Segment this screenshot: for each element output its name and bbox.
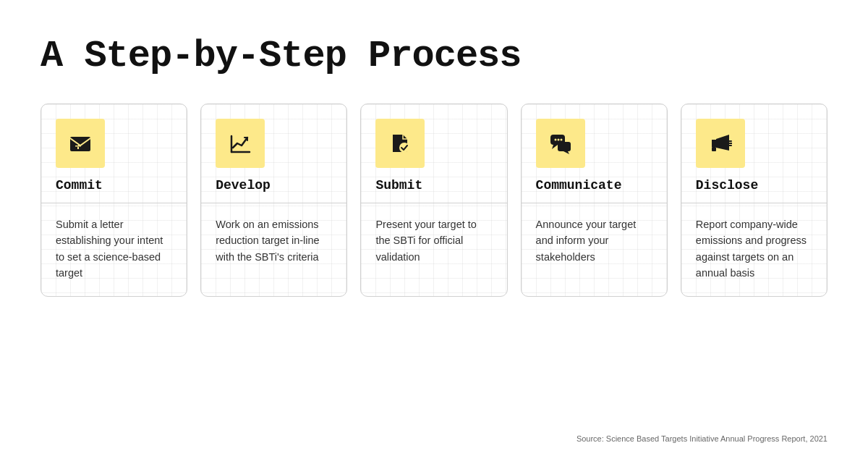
- svg-rect-11: [558, 142, 571, 151]
- source-citation: Source: Science Based Targets Initiative…: [576, 434, 827, 443]
- card-commit: Commit Submit a letter establishing your…: [41, 104, 187, 297]
- card-submit: Submit Present your target to the SBTi f…: [360, 104, 507, 297]
- develop-title-section: Develop: [201, 168, 346, 203]
- disclose-body: Report company-wide emissions and progre…: [681, 203, 827, 296]
- develop-icon-area: [216, 119, 265, 168]
- disclose-text: Report company-wide emissions and progre…: [696, 216, 812, 282]
- disclose-icon-area: [696, 119, 745, 168]
- svg-rect-2: [78, 144, 80, 145]
- communicate-title: Communicate: [536, 178, 622, 193]
- svg-marker-10: [552, 145, 558, 149]
- commit-title: Commit: [56, 178, 103, 193]
- svg-rect-4: [77, 147, 79, 149]
- develop-body: Work on an emissions reduction target in…: [201, 203, 346, 296]
- envelope-icon: [69, 132, 92, 155]
- page-title: A Step-by-Step Process: [0, 0, 868, 104]
- submit-title: Submit: [375, 178, 422, 193]
- develop-text: Work on an emissions reduction target in…: [216, 216, 332, 265]
- commit-title-section: Commit: [41, 168, 187, 203]
- svg-marker-17: [716, 135, 729, 151]
- communicate-text: Announce your target and inform your sta…: [536, 216, 652, 265]
- megaphone-icon: [709, 132, 732, 155]
- commit-icon-area: [56, 119, 105, 168]
- card-communicate: Communicate Announce your target and inf…: [521, 104, 668, 297]
- disclose-title-section: Disclose: [681, 168, 827, 203]
- chart-icon: [229, 132, 252, 155]
- svg-rect-18: [712, 147, 716, 151]
- communicate-title-section: Communicate: [522, 168, 667, 203]
- svg-point-13: [554, 139, 556, 141]
- card-disclose: Disclose Report company-wide emissions a…: [681, 104, 827, 297]
- svg-rect-3: [75, 145, 81, 147]
- file-check-icon: [388, 132, 412, 155]
- card-develop: Develop Work on an emissions reduction t…: [200, 104, 347, 297]
- svg-marker-12: [563, 151, 569, 154]
- svg-point-14: [557, 139, 559, 141]
- submit-icon-area: [375, 119, 425, 168]
- submit-body: Present your target to the SBTi for offi…: [361, 203, 506, 296]
- submit-title-section: Submit: [361, 168, 506, 203]
- svg-point-15: [560, 139, 562, 141]
- communicate-body: Announce your target and inform your sta…: [522, 203, 667, 296]
- submit-text: Present your target to the SBTi for offi…: [375, 216, 492, 265]
- communicate-icon-area: [536, 119, 585, 168]
- develop-title: Develop: [216, 178, 271, 193]
- cards-container: Commit Submit a letter establishing your…: [0, 104, 868, 297]
- disclose-title: Disclose: [696, 178, 758, 193]
- svg-marker-16: [712, 140, 716, 147]
- commit-text: Submit a letter establishing your intent…: [56, 216, 172, 282]
- svg-rect-5: [230, 133, 250, 153]
- speech-bubble-icon: [549, 132, 572, 155]
- commit-body: Submit a letter establishing your intent…: [41, 203, 187, 296]
